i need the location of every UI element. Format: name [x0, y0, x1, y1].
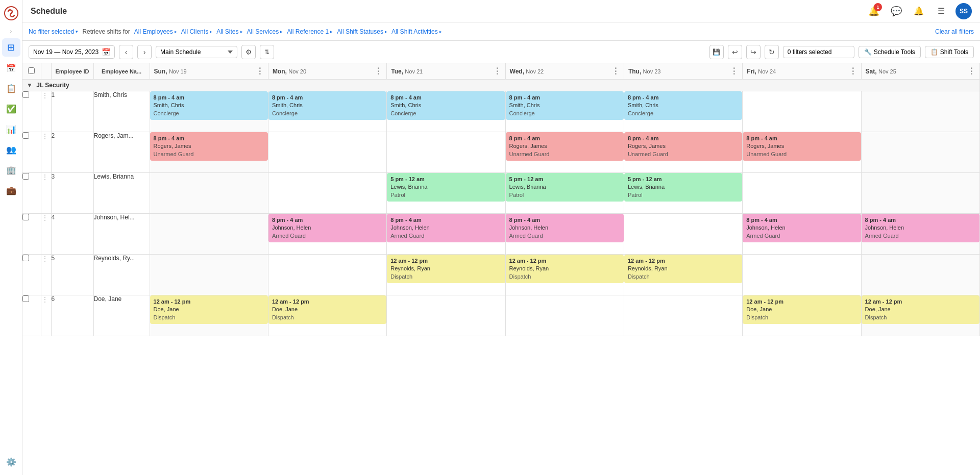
chat-icon[interactable]: 💬 [888, 3, 904, 19]
sidebar-item-calendar[interactable]: 📅 [2, 59, 20, 77]
day-cell[interactable] [268, 132, 386, 173]
shift-card[interactable]: 5 pm - 12 amLewis, BriannaPatrol [506, 173, 624, 202]
row-menu-dots[interactable]: ⋮ [41, 295, 51, 336]
shift-card[interactable]: 8 pm - 4 amJohnson, HelenArmed Guard [506, 214, 624, 242]
shift-card[interactable]: 8 pm - 4 amSmith, ChrisConcierge [506, 91, 624, 120]
day-menu-mon[interactable]: ⋮ [374, 66, 382, 76]
day-menu-wed[interactable]: ⋮ [611, 66, 620, 76]
day-cell[interactable]: 8 pm - 4 amRogers, JamesUnarmed Guard [150, 132, 268, 173]
all-shift-activities-filter[interactable]: All Shift Activities ▸ [391, 28, 442, 35]
all-shift-statuses-filter[interactable]: All Shift Statuses ▸ [337, 28, 387, 35]
sidebar-item-team[interactable]: 👥 [2, 140, 20, 159]
shift-card[interactable]: 8 pm - 4 amJohnson, HelenArmed Guard [862, 214, 979, 242]
schedule-tools-button[interactable]: 🔧 Schedule Tools [859, 46, 921, 58]
schedule-settings-button[interactable]: ⚙ [241, 45, 256, 59]
day-cell[interactable]: 12 am - 12 pmDoe, JaneDispatch [861, 295, 979, 336]
row-menu-dots[interactable]: ⋮ [41, 91, 51, 132]
row-checkbox[interactable] [22, 214, 29, 220]
day-cell[interactable]: 8 pm - 4 amJohnson, HelenArmed Guard [743, 214, 861, 255]
day-cell[interactable] [861, 91, 979, 132]
shift-card[interactable]: 12 am - 12 pmReynolds, RyanDispatch [387, 255, 505, 283]
day-cell[interactable] [624, 295, 742, 336]
day-cell[interactable]: 8 pm - 4 amSmith, ChrisConcierge [624, 91, 742, 132]
row-checkbox[interactable] [22, 255, 29, 261]
day-cell[interactable] [861, 255, 979, 295]
all-clients-filter[interactable]: All Clients ▸ [181, 28, 212, 35]
day-cell[interactable]: 12 am - 12 pmDoe, JaneDispatch [150, 295, 268, 336]
refresh-button[interactable]: ↻ [765, 45, 779, 59]
all-sites-filter[interactable]: All Sites ▸ [216, 28, 242, 35]
sidebar-item-tasks[interactable]: ✅ [2, 99, 20, 118]
day-cell[interactable] [387, 132, 505, 173]
prev-week-button[interactable]: ‹ [119, 45, 133, 59]
shift-card[interactable]: 8 pm - 4 amSmith, ChrisConcierge [387, 91, 505, 120]
no-filter-chip[interactable]: No filter selected ▾ [29, 28, 78, 35]
sidebar-item-grid[interactable]: ⊞ [2, 38, 20, 57]
all-employees-filter[interactable]: All Employees ▸ [134, 28, 177, 35]
day-menu-sat[interactable]: ⋮ [967, 66, 975, 76]
day-cell[interactable]: 8 pm - 4 amJohnson, HelenArmed Guard [505, 214, 624, 255]
day-menu-fri[interactable]: ⋮ [849, 66, 857, 76]
sidebar-item-settings[interactable]: ⚙️ [2, 453, 20, 471]
all-services-filter[interactable]: All Services ▸ [247, 28, 283, 35]
next-week-button[interactable]: › [137, 45, 152, 59]
day-cell[interactable] [743, 91, 861, 132]
day-cell[interactable] [505, 295, 624, 336]
day-cell[interactable] [150, 255, 268, 295]
shift-card[interactable]: 8 pm - 4 amSmith, ChrisConcierge [268, 91, 386, 120]
redo-button[interactable]: ↪ [746, 45, 761, 59]
row-checkbox[interactable] [22, 173, 29, 180]
shift-tools-button[interactable]: 📋 Shift Tools [925, 46, 974, 58]
day-cell[interactable]: 8 pm - 4 amSmith, ChrisConcierge [387, 91, 505, 132]
row-checkbox[interactable] [22, 295, 29, 302]
day-menu-thu[interactable]: ⋮ [730, 66, 738, 76]
shift-card[interactable]: 12 am - 12 pmDoe, JaneDispatch [150, 295, 268, 324]
group-collapse-icon[interactable]: ▼ [27, 82, 33, 89]
sidebar-item-reports[interactable]: 📊 [2, 120, 20, 138]
row-menu-dots[interactable]: ⋮ [41, 173, 51, 214]
notification-icon[interactable]: 🔔 1 [866, 3, 882, 19]
day-cell[interactable]: 12 am - 12 pmReynolds, RyanDispatch [505, 255, 624, 295]
day-cell[interactable]: 8 pm - 4 amJohnson, HelenArmed Guard [268, 214, 386, 255]
day-cell[interactable]: 8 pm - 4 amSmith, ChrisConcierge [505, 91, 624, 132]
day-cell[interactable]: 8 pm - 4 amSmith, ChrisConcierge [268, 91, 386, 132]
sidebar-item-schedule[interactable]: 📋 [2, 79, 20, 97]
all-reference-filter[interactable]: All Reference 1 ▸ [287, 28, 333, 35]
row-menu-dots[interactable]: ⋮ [41, 255, 51, 295]
shift-card[interactable]: 8 pm - 4 amRogers, JamesUnarmed Guard [743, 132, 861, 161]
day-cell[interactable]: 8 pm - 4 amSmith, ChrisConcierge [150, 91, 268, 132]
day-cell[interactable] [268, 173, 386, 214]
day-cell[interactable] [150, 173, 268, 214]
row-checkbox[interactable] [22, 91, 29, 98]
day-cell[interactable]: 5 pm - 12 amLewis, BriannaPatrol [624, 173, 742, 214]
day-cell[interactable]: 8 pm - 4 amRogers, JamesUnarmed Guard [743, 132, 861, 173]
day-cell[interactable]: 5 pm - 12 amLewis, BriannaPatrol [505, 173, 624, 214]
filters-select[interactable]: 0 filters selected [783, 46, 854, 58]
save-button[interactable]: 💾 [709, 45, 724, 59]
shift-card[interactable]: 12 am - 12 pmDoe, JaneDispatch [268, 295, 386, 324]
day-cell[interactable] [268, 255, 386, 295]
day-menu-sun[interactable]: ⋮ [256, 66, 264, 76]
day-menu-tue[interactable]: ⋮ [493, 66, 501, 76]
day-cell[interactable]: 12 am - 12 pmDoe, JaneDispatch [743, 295, 861, 336]
day-cell[interactable]: 8 pm - 4 amRogers, JamesUnarmed Guard [624, 132, 742, 173]
undo-button[interactable]: ↩ [728, 45, 742, 59]
shift-card[interactable]: 12 am - 12 pmReynolds, RyanDispatch [624, 255, 742, 283]
shift-card[interactable]: 5 pm - 12 amLewis, BriannaPatrol [624, 173, 742, 202]
shift-card[interactable]: 8 pm - 4 amRogers, JamesUnarmed Guard [624, 132, 742, 161]
schedule-select[interactable]: Main Schedule [156, 46, 237, 58]
user-avatar[interactable]: SS [955, 3, 972, 19]
day-cell[interactable]: 12 am - 12 pmDoe, JaneDispatch [268, 295, 386, 336]
day-cell[interactable] [150, 214, 268, 255]
shift-card[interactable]: 8 pm - 4 amRogers, JamesUnarmed Guard [506, 132, 624, 161]
shift-card[interactable]: 8 pm - 4 amSmith, ChrisConcierge [624, 91, 742, 120]
day-cell[interactable]: 5 pm - 12 amLewis, BriannaPatrol [387, 173, 505, 214]
shift-card[interactable]: 8 pm - 4 amSmith, ChrisConcierge [150, 91, 268, 120]
shift-card[interactable]: 12 am - 12 pmReynolds, RyanDispatch [506, 255, 624, 283]
shift-card[interactable]: 5 pm - 12 amLewis, BriannaPatrol [387, 173, 505, 202]
day-cell[interactable] [743, 173, 861, 214]
sidebar-item-briefcase[interactable]: 💼 [2, 181, 20, 199]
shift-card[interactable]: 8 pm - 4 amJohnson, HelenArmed Guard [268, 214, 386, 242]
day-cell[interactable]: 8 pm - 4 amRogers, JamesUnarmed Guard [505, 132, 624, 173]
bell-icon[interactable]: 🔔 [911, 3, 927, 19]
